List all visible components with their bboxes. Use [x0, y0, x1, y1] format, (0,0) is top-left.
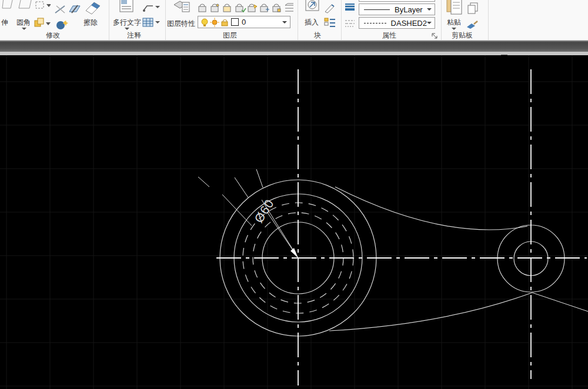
ribbon: 伸 圆角 擦除 修改	[0, 0, 588, 41]
insert-icon[interactable]	[305, 0, 321, 14]
color-select[interactable]	[359, 0, 435, 2]
fillet-button[interactable]: 圆角	[16, 18, 31, 28]
insert-button[interactable]: 插入	[305, 18, 319, 28]
edit-attribute-icon[interactable]	[324, 3, 336, 14]
attribute-list-icon[interactable]	[323, 17, 336, 29]
erase-button[interactable]: 擦除	[83, 18, 98, 28]
lineweight-value: ByLayer	[395, 5, 423, 14]
layer-properties-icon[interactable]	[173, 0, 191, 15]
tangent-curve[interactable]	[335, 187, 527, 230]
lineweight-select[interactable]: ByLayer	[359, 4, 435, 15]
divider	[165, 0, 166, 40]
construction-line[interactable]	[198, 177, 209, 187]
layer-color-swatch	[231, 18, 239, 26]
cad-drawing[interactable]: Ø60	[0, 55, 588, 389]
panel-label-annotate[interactable]: 注释	[105, 31, 163, 40]
divider	[488, 0, 489, 40]
rectangle-tool-icon[interactable]	[35, 1, 51, 11]
construction-line[interactable]	[235, 177, 248, 197]
layer-tools-icons[interactable]	[198, 3, 295, 14]
construction-line[interactable]	[222, 195, 252, 226]
mtext-button[interactable]: 多行文字	[113, 18, 141, 28]
drawing-area[interactable]: Ø60	[0, 55, 588, 389]
leader-icon[interactable]	[142, 2, 154, 13]
lock-icon	[220, 18, 229, 27]
layer-properties-button[interactable]: 图层特性	[167, 19, 195, 29]
stretch-button[interactable]: 伸	[1, 18, 8, 28]
solid-line-sample	[364, 9, 390, 10]
current-layer-name: 0	[242, 18, 246, 26]
paste-icon[interactable]	[446, 0, 463, 15]
sun-icon	[210, 18, 219, 27]
linetype-select[interactable]: DASHED2	[359, 17, 435, 29]
leader-arrowhead	[290, 248, 298, 258]
linetype-value: DASHED2	[391, 19, 427, 28]
blend-icon[interactable]	[55, 20, 69, 31]
panel-label-clipboard[interactable]: 剪贴板	[433, 31, 492, 40]
fillet-dropdown-icon[interactable]	[22, 28, 26, 30]
lineweight-dropdown-icon[interactable]	[427, 8, 432, 11]
stretch-icon	[1, 0, 35, 9]
lineweight-icon[interactable]	[344, 2, 356, 13]
panel-label-properties[interactable]: 属性	[360, 31, 419, 40]
table-icon[interactable]	[142, 18, 154, 28]
dimension-text[interactable]: Ø60	[252, 197, 276, 225]
divider	[341, 0, 342, 40]
layer-select-dropdown-icon[interactable]	[282, 21, 287, 24]
copy-icon[interactable]	[467, 2, 479, 14]
tangent-curve[interactable]	[329, 293, 532, 331]
hatch-edit-icon[interactable]	[68, 4, 81, 15]
panel-label-modify[interactable]: 修改	[24, 31, 82, 40]
dashed-line-sample	[364, 23, 386, 24]
table-dropdown-icon[interactable]	[155, 21, 160, 24]
trim-icon[interactable]	[54, 4, 67, 15]
construction-line[interactable]	[256, 169, 263, 187]
paste-dropdown-icon[interactable]	[452, 28, 456, 30]
erase-icon[interactable]	[81, 0, 102, 15]
mtext-dropdown-icon[interactable]	[125, 28, 129, 30]
bulb-icon	[200, 18, 209, 27]
panel-label-layers[interactable]: 图层	[201, 31, 259, 40]
paste-button[interactable]: 粘贴	[447, 18, 461, 28]
construction-line[interactable]	[532, 293, 588, 311]
linetype-icon[interactable]	[344, 19, 356, 29]
mtext-icon[interactable]	[119, 0, 135, 13]
leader-dropdown-icon[interactable]	[155, 6, 160, 8]
format-painter-icon[interactable]	[466, 19, 479, 29]
panel-label-block[interactable]: 块	[288, 31, 347, 40]
linetype-dropdown-icon[interactable]	[427, 22, 432, 24]
array-icon[interactable]	[34, 18, 51, 28]
layer-select[interactable]: 0	[198, 16, 290, 28]
ribbon-canvas-divider	[0, 41, 588, 52]
